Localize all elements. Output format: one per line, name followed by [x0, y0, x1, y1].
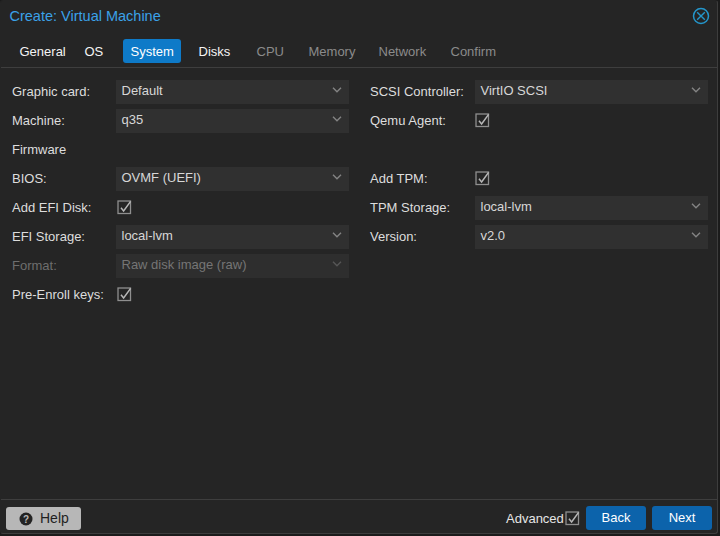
svg-text:?: ?	[23, 513, 29, 524]
